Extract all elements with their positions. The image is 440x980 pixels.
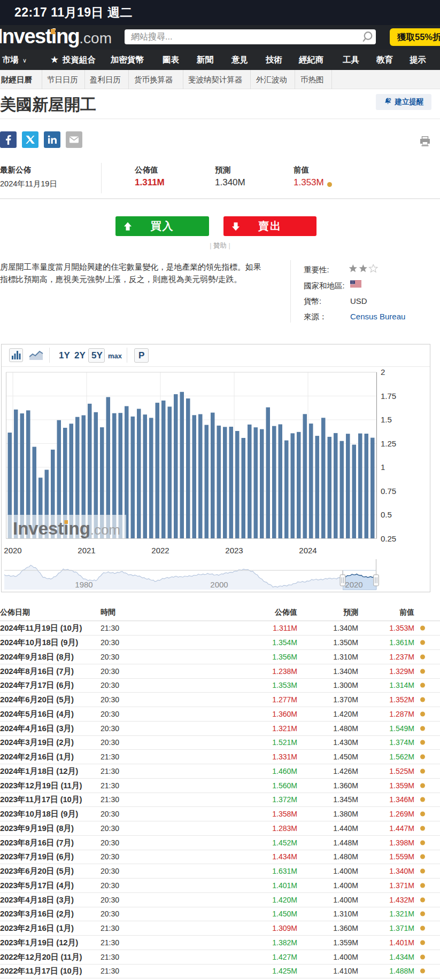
svg-text:0.25: 0.25 [381, 534, 396, 543]
svg-text:0.75: 0.75 [381, 487, 396, 496]
svg-text:1.75: 1.75 [381, 391, 396, 401]
svg-text:1980: 1980 [75, 580, 92, 589]
svg-text:2021: 2021 [78, 546, 95, 555]
svg-text:1.5: 1.5 [381, 415, 392, 424]
svg-text:2: 2 [381, 367, 385, 377]
svg-text:1.25: 1.25 [381, 439, 396, 448]
svg-text:1: 1 [381, 462, 385, 472]
svg-text:2024: 2024 [299, 546, 317, 555]
svg-text:2022: 2022 [151, 546, 169, 555]
svg-text:2020: 2020 [345, 580, 362, 589]
svg-text:2000: 2000 [210, 580, 228, 589]
svg-text:2020: 2020 [4, 546, 21, 555]
svg-text:0.5: 0.5 [381, 510, 392, 519]
svg-text:2023: 2023 [225, 546, 243, 555]
